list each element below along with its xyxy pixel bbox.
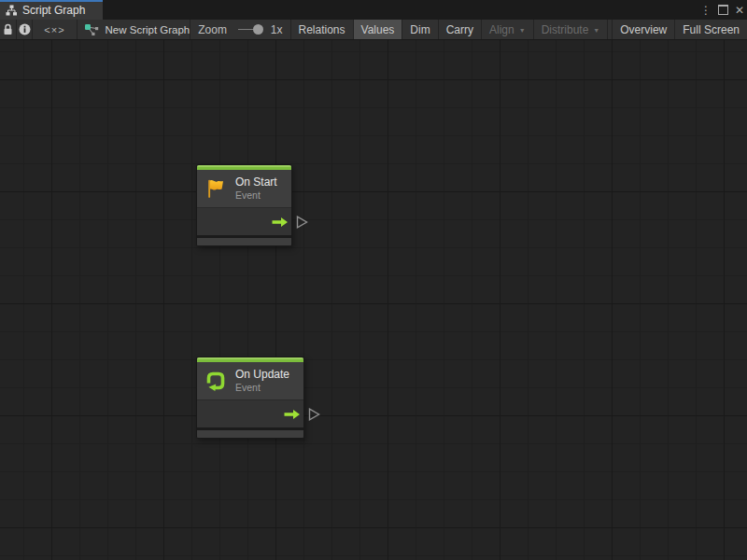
node-title: On Update <box>235 368 289 381</box>
info-button[interactable] <box>17 20 34 39</box>
zoom-slider-handle[interactable] <box>253 24 263 35</box>
node-title: On Start <box>235 175 277 189</box>
exec-output-arrow-icon[interactable] <box>283 409 301 420</box>
graph-hierarchy-icon <box>6 5 18 16</box>
chevron-down-icon: ▼ <box>593 27 599 34</box>
node-on-update[interactable]: On Update Event <box>196 357 304 439</box>
node-footer <box>197 235 291 245</box>
flag-icon <box>204 176 228 201</box>
node-subtitle: Event <box>235 189 277 201</box>
tab-bar: Script Graph ⋮ ✕ <box>0 0 747 20</box>
exec-output-port-icon[interactable] <box>307 407 321 422</box>
graph-node-icon <box>84 23 100 36</box>
distribute-label: Distribute <box>542 23 589 36</box>
zoom-slider[interactable] <box>238 23 263 36</box>
carry-button[interactable]: Carry <box>439 20 482 39</box>
node-port-row <box>197 399 303 427</box>
align-label: Align <box>489 23 514 36</box>
close-icon[interactable]: ✕ <box>735 5 744 16</box>
graph-name-label: New Script Graph <box>106 24 190 35</box>
node-port-row <box>197 207 291 235</box>
graph-toolbar: <×> New Script Graph Zoom 1x Relations V… <box>0 20 747 40</box>
exec-output-port-icon[interactable] <box>295 215 309 230</box>
dim-button[interactable]: Dim <box>402 20 438 39</box>
graph-canvas[interactable]: On Start Event On Update Event <box>0 40 747 560</box>
relations-button[interactable]: Relations <box>291 20 354 39</box>
exec-output-arrow-icon[interactable] <box>271 217 289 228</box>
zoom-control: Zoom 1x <box>190 20 290 39</box>
tab-title: Script Graph <box>22 4 85 17</box>
values-button[interactable]: Values <box>354 20 403 39</box>
node-subtitle: Event <box>235 382 289 393</box>
overview-button[interactable]: Overview <box>612 20 675 39</box>
chevron-down-icon: ▼ <box>519 27 526 34</box>
tab-script-graph[interactable]: Script Graph <box>0 0 103 20</box>
zoom-label: Zoom <box>198 23 227 36</box>
align-button[interactable]: Align ▼ <box>482 20 534 39</box>
lock-button[interactable] <box>0 20 17 39</box>
node-texts: On Start Event <box>235 175 277 201</box>
fullscreen-button[interactable]: Full Screen <box>675 20 747 39</box>
loop-icon <box>204 369 228 393</box>
zoom-value: 1x <box>271 23 283 36</box>
node-on-start[interactable]: On Start Event <box>196 164 292 246</box>
graph-name-section[interactable]: New Script Graph <box>78 20 191 39</box>
maximize-icon[interactable] <box>718 5 728 15</box>
distribute-button[interactable]: Distribute ▼ <box>534 20 609 39</box>
node-texts: On Update Event <box>235 368 289 393</box>
window-controls: ⋮ ✕ <box>700 0 744 20</box>
code-preview-button[interactable]: <×> <box>33 20 77 39</box>
node-title-row: On Update Event <box>197 362 303 399</box>
node-footer <box>197 427 303 438</box>
menu-icon[interactable]: ⋮ <box>700 5 712 16</box>
lock-icon <box>3 23 13 35</box>
info-icon <box>19 23 31 35</box>
node-title-row: On Start Event <box>197 170 291 207</box>
